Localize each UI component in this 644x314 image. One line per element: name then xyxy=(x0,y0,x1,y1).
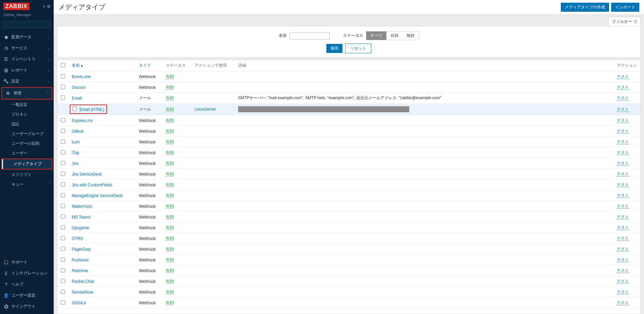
status-link[interactable]: 有効 xyxy=(166,150,174,155)
test-link[interactable]: テスト xyxy=(617,150,629,155)
mediatype-link[interactable]: Jira ServiceDesk xyxy=(72,172,102,177)
filter-name-input[interactable] xyxy=(289,32,330,40)
mediatype-link[interactable]: Email xyxy=(72,96,82,101)
test-link[interactable]: テスト xyxy=(617,193,629,198)
test-link[interactable]: テスト xyxy=(617,300,629,305)
seg-disabled[interactable]: 無効 xyxy=(402,32,419,40)
row-checkbox[interactable] xyxy=(61,96,65,100)
col-status[interactable]: ステータス xyxy=(162,60,191,71)
row-checkbox[interactable] xyxy=(61,279,65,283)
status-link[interactable]: 有効 xyxy=(166,300,174,305)
test-link[interactable]: テスト xyxy=(617,214,629,219)
mediatype-link[interactable]: Jira with CustomFields xyxy=(72,183,112,187)
logo[interactable]: ZABBIX xyxy=(3,3,30,10)
search-box[interactable]: ⌕ xyxy=(3,21,51,28)
status-link[interactable]: 有効 xyxy=(166,118,174,123)
row-checkbox[interactable] xyxy=(61,118,65,122)
test-link[interactable]: テスト xyxy=(617,279,629,284)
import-button[interactable]: インポート xyxy=(611,3,639,12)
mediatype-link[interactable]: Rocket.Chat xyxy=(72,279,94,284)
test-link[interactable]: テスト xyxy=(617,74,629,79)
status-link[interactable]: 有効 xyxy=(166,279,174,284)
status-link[interactable]: 有効 xyxy=(166,204,174,209)
status-link[interactable]: 有効 xyxy=(166,139,174,144)
collapse-icon[interactable]: « xyxy=(43,4,45,9)
row-checkbox[interactable] xyxy=(61,85,65,89)
test-link[interactable]: テスト xyxy=(617,225,629,230)
mediatype-link[interactable]: Express.ms xyxy=(72,118,93,123)
row-checkbox[interactable] xyxy=(61,182,65,187)
test-link[interactable]: テスト xyxy=(617,118,629,123)
test-link[interactable]: テスト xyxy=(617,247,629,252)
mediatype-link[interactable]: iLert xyxy=(72,140,79,144)
row-checkbox[interactable] xyxy=(72,107,77,111)
mediatype-link[interactable]: Pushover xyxy=(72,258,89,262)
col-detail[interactable]: 詳細 xyxy=(235,60,613,71)
test-link[interactable]: テスト xyxy=(617,204,629,209)
seg-enabled[interactable]: 有効 xyxy=(386,32,402,40)
mediatype-link[interactable]: Jira xyxy=(72,161,78,166)
mediatype-link[interactable]: OTRS xyxy=(72,236,83,241)
status-link[interactable]: 有効 xyxy=(166,247,174,252)
nav-admin-proxy[interactable]: プロキシ xyxy=(0,110,54,119)
mediatype-link[interactable]: Redmine xyxy=(72,268,88,273)
status-link[interactable]: 有効 xyxy=(166,172,174,177)
action-link[interactable]: LinuxServer xyxy=(195,107,216,112)
nav-admin-scripts[interactable]: スクリプト xyxy=(0,170,54,180)
status-link[interactable]: 有効 xyxy=(166,214,174,219)
nav-config[interactable]: 🔧設定⌄ xyxy=(0,76,54,87)
reset-button[interactable]: リセット xyxy=(345,44,371,53)
status-link[interactable]: 有効 xyxy=(166,236,174,241)
nav-admin[interactable]: ⚙管理⌃ xyxy=(2,88,52,99)
row-checkbox[interactable] xyxy=(61,139,65,144)
popout-icon[interactable]: ⧉ xyxy=(47,4,50,9)
nav-reports[interactable]: ▥レポート⌄ xyxy=(0,65,54,76)
test-link[interactable]: テスト xyxy=(617,290,629,295)
apply-button[interactable]: 適用 xyxy=(326,44,342,53)
row-checkbox[interactable] xyxy=(61,247,65,251)
test-link[interactable]: テスト xyxy=(617,236,629,241)
nav-support[interactable]: 🎧サポート xyxy=(0,257,54,268)
test-link[interactable]: テスト xyxy=(617,139,629,144)
status-link[interactable]: 有効 xyxy=(166,129,174,134)
mediatype-link[interactable]: Github xyxy=(72,129,84,134)
row-checkbox[interactable] xyxy=(61,268,65,272)
row-checkbox[interactable] xyxy=(61,74,65,78)
test-link[interactable]: テスト xyxy=(617,268,629,273)
row-checkbox[interactable] xyxy=(61,257,65,262)
status-link[interactable]: 有効 xyxy=(166,85,174,90)
create-mediatype-button[interactable]: メディアタイプの作成 xyxy=(561,3,609,12)
nav-inventory[interactable]: ☰インベントリ⌄ xyxy=(0,54,54,65)
mediatype-link[interactable]: SIGNL4 xyxy=(72,301,86,305)
test-link[interactable]: テスト xyxy=(617,172,629,177)
status-link[interactable]: 有効 xyxy=(166,193,174,198)
nav-admin-auth[interactable]: 認証 xyxy=(0,119,54,129)
nav-usersettings[interactable]: 👤ユーザー設定 xyxy=(0,290,54,301)
nav-admin-mediatypes[interactable]: メディアタイプ xyxy=(2,159,52,169)
mediatype-link[interactable]: Opsgenie xyxy=(72,226,89,230)
col-name[interactable]: 名前 ▴ xyxy=(68,60,136,71)
col-type[interactable]: タイプ xyxy=(136,60,162,71)
mediatype-link[interactable]: PagerDuty xyxy=(72,247,91,252)
nav-signout[interactable]: ⏻サインアウト xyxy=(0,301,54,312)
nav-monitoring[interactable]: ◉監視データ⌄ xyxy=(0,32,54,43)
test-link[interactable]: テスト xyxy=(617,107,629,112)
test-link[interactable]: テスト xyxy=(617,96,629,101)
nav-admin-queue[interactable]: キュー› xyxy=(0,180,54,189)
status-link[interactable]: 有効 xyxy=(166,107,174,112)
filter-tab[interactable]: フィルター ▽ xyxy=(608,17,641,26)
status-link[interactable]: 有効 xyxy=(166,268,174,273)
nav-admin-userroles[interactable]: ユーザーの役割 xyxy=(0,139,54,148)
status-link[interactable]: 有効 xyxy=(166,161,174,166)
mediatype-link[interactable]: ServiceNow xyxy=(72,290,93,295)
col-used[interactable]: アクションで使用 xyxy=(191,60,235,71)
status-link[interactable]: 有効 xyxy=(166,182,174,187)
mediatype-link[interactable]: Discord xyxy=(72,85,86,90)
test-link[interactable]: テスト xyxy=(617,129,629,134)
row-checkbox[interactable] xyxy=(61,236,65,240)
nav-admin-users[interactable]: ユーザー xyxy=(0,148,54,158)
status-link[interactable]: 有効 xyxy=(166,225,174,230)
row-checkbox[interactable] xyxy=(61,290,65,294)
test-link[interactable]: テスト xyxy=(617,85,629,90)
row-checkbox[interactable] xyxy=(61,225,65,230)
